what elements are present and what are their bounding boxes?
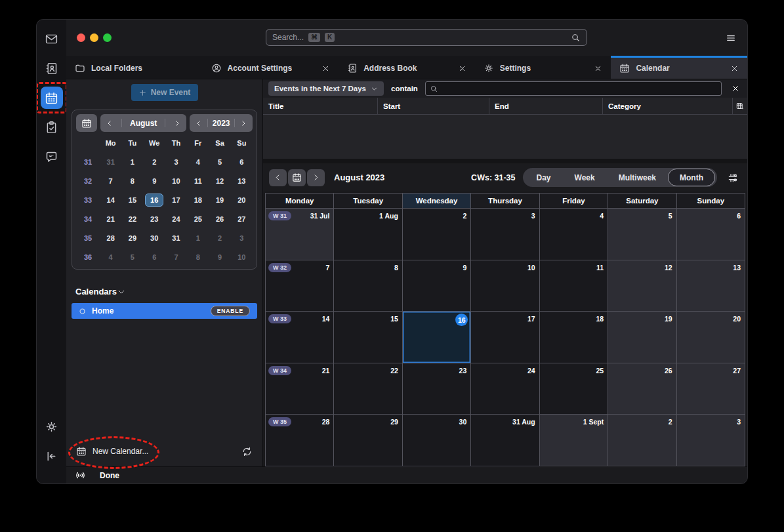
view-tab-day[interactable]: Day (525, 169, 563, 186)
calendars-section-header[interactable]: Calendars (75, 287, 253, 297)
month-cell[interactable]: 2 (403, 209, 470, 260)
month-cell[interactable]: 9 (403, 260, 470, 312)
week-number-badge[interactable]: W 33 (268, 314, 291, 323)
space-button-chat[interactable] (41, 146, 63, 168)
month-cell[interactable]: 25 (540, 363, 608, 415)
view-tab-month[interactable]: Month (668, 169, 715, 186)
month-cell[interactable]: 27 (677, 363, 745, 415)
clear-filter-button[interactable] (731, 84, 740, 93)
close-tab-button[interactable] (594, 64, 602, 73)
mini-cal-day[interactable]: 2 (209, 228, 230, 247)
month-cell[interactable]: 3 (677, 415, 745, 466)
column-header-end[interactable]: End (489, 98, 603, 114)
app-menu-button[interactable] (725, 33, 737, 43)
mini-cal-day[interactable]: 29 (121, 228, 143, 247)
week-number-badge[interactable]: W 32 (268, 263, 291, 272)
previous-period-button[interactable] (269, 169, 287, 186)
mini-cal-day[interactable]: 9 (144, 171, 165, 190)
close-window-button[interactable] (77, 33, 85, 42)
mini-cal-day[interactable]: 18 (187, 190, 209, 209)
mini-cal-day[interactable]: 3 (165, 152, 187, 171)
column-header-title[interactable]: Title (263, 98, 378, 114)
column-picker-button[interactable] (733, 98, 747, 114)
close-tab-button[interactable] (321, 64, 330, 73)
mini-cal-day[interactable]: 27 (231, 209, 253, 228)
go-to-today-button[interactable] (288, 169, 306, 186)
month-cell[interactable]: 15 (334, 312, 402, 363)
mini-cal-day[interactable]: 6 (144, 247, 165, 266)
month-cell[interactable]: 20 (677, 312, 745, 363)
previous-year-button[interactable] (195, 119, 203, 127)
close-tab-button[interactable] (458, 64, 466, 73)
new-calendar-button[interactable]: New Calendar... (76, 446, 148, 457)
tab-account-settings[interactable]: Account Settings (203, 56, 339, 79)
space-button-tasks[interactable] (41, 116, 63, 138)
mini-cal-day[interactable]: 4 (187, 152, 209, 171)
mini-cal-day[interactable]: 6 (231, 152, 253, 171)
month-cell[interactable]: 18 (540, 312, 608, 363)
month-cell[interactable]: 3 (471, 209, 539, 260)
month-cell[interactable]: 26 (608, 363, 676, 415)
next-year-button[interactable] (239, 119, 247, 127)
mini-cal-day[interactable]: 10 (231, 247, 253, 266)
month-cell[interactable]: 11 (540, 260, 608, 312)
mini-cal-day[interactable]: 1 (121, 152, 143, 171)
mini-cal-day[interactable]: 31 (100, 152, 121, 171)
mini-cal-day[interactable]: 19 (209, 190, 230, 209)
month-cell[interactable]: W 3528 (266, 415, 333, 466)
month-cell[interactable]: 6 (677, 209, 745, 260)
mini-cal-day[interactable]: 11 (187, 171, 209, 190)
mini-cal-day[interactable]: 30 (144, 228, 165, 247)
column-header-start[interactable]: Start (378, 98, 489, 114)
mini-cal-day[interactable]: 15 (121, 190, 143, 209)
tab-settings[interactable]: Settings (475, 56, 611, 79)
week-number-badge[interactable]: W 35 (268, 417, 291, 426)
week-number-badge[interactable]: W 34 (268, 366, 291, 375)
rotate-view-button[interactable] (727, 172, 739, 184)
next-month-button[interactable] (173, 119, 181, 127)
month-cell[interactable]: W 3421 (266, 363, 333, 415)
month-cell[interactable]: 2 (608, 415, 676, 466)
view-tab-week[interactable]: Week (563, 169, 607, 186)
mini-cal-day[interactable]: 14 (100, 190, 121, 209)
mini-cal-day[interactable]: 7 (100, 171, 121, 190)
mini-cal-day[interactable]: 9 (209, 247, 230, 266)
month-cell[interactable]: 10 (471, 260, 539, 312)
mini-cal-day[interactable]: 4 (100, 247, 121, 266)
mini-cal-day[interactable]: 3 (231, 228, 253, 247)
mini-cal-day[interactable]: 7 (165, 247, 187, 266)
month-cell[interactable]: 13 (677, 260, 745, 312)
mini-cal-day[interactable]: 16 (144, 190, 165, 209)
month-cell[interactable]: 19 (608, 312, 676, 363)
tab-address-book[interactable]: Address Book (339, 56, 475, 79)
month-cell[interactable]: 4 (540, 209, 608, 260)
mini-cal-day[interactable]: 25 (187, 209, 209, 228)
space-button-collapse[interactable] (41, 445, 63, 467)
mini-cal-day[interactable]: 13 (231, 171, 253, 190)
mini-cal-day[interactable]: 20 (231, 190, 253, 209)
month-cell[interactable]: W 327 (266, 260, 333, 312)
week-number-badge[interactable]: W 31 (268, 211, 291, 220)
column-header-category[interactable]: Category (603, 98, 733, 114)
next-period-button[interactable] (307, 169, 325, 186)
mini-cal-day[interactable]: 1 (187, 228, 209, 247)
close-tab-button[interactable] (730, 64, 739, 73)
tab-calendar[interactable]: Calendar (611, 56, 747, 79)
month-cell-today[interactable]: 16 (403, 312, 470, 363)
month-cell[interactable]: 17 (471, 312, 539, 363)
synchronize-button[interactable] (241, 446, 253, 457)
month-cell[interactable]: 1 Aug (334, 209, 402, 260)
space-button-address-book[interactable] (41, 57, 63, 79)
mini-cal-day[interactable]: 8 (187, 247, 209, 266)
mini-cal-day[interactable]: 17 (165, 190, 187, 209)
month-cell[interactable]: 22 (334, 363, 402, 415)
new-event-button[interactable]: New Event (131, 84, 198, 101)
event-filter-dropdown[interactable]: Events in the Next 7 Days (268, 81, 384, 96)
minimize-window-button[interactable] (90, 33, 98, 42)
mini-cal-day[interactable]: 8 (121, 171, 143, 190)
mini-cal-day[interactable]: 2 (144, 152, 165, 171)
mini-cal-day[interactable]: 22 (121, 209, 143, 228)
month-cell[interactable]: 8 (334, 260, 402, 312)
mini-cal-day[interactable]: 5 (121, 247, 143, 266)
month-cell[interactable]: W 3314 (266, 312, 333, 363)
